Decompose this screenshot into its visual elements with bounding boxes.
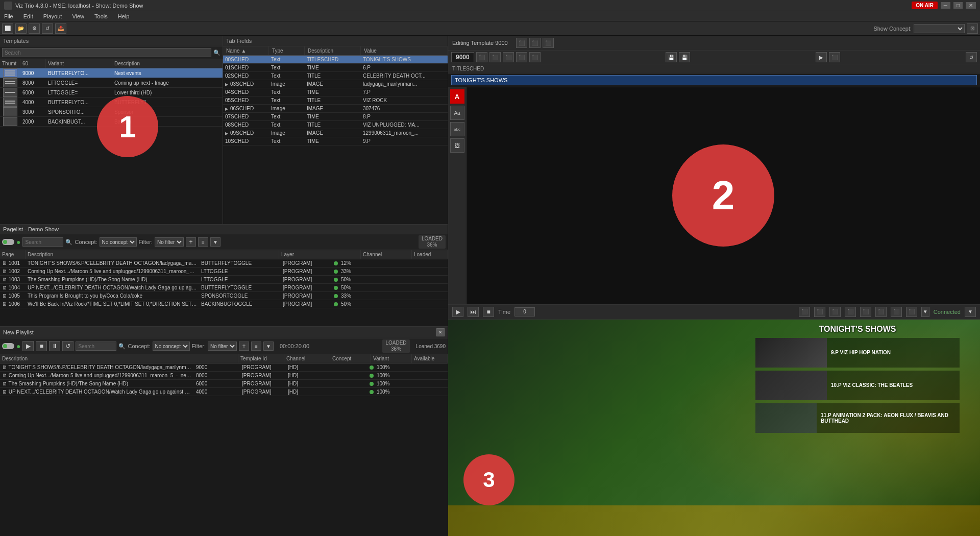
tf-desc-01: TIME	[305, 64, 361, 71]
new-playlist-close-btn[interactable]: ✕	[436, 328, 445, 336]
template-tool-4[interactable]: ⬛	[516, 52, 527, 62]
np-row-3[interactable]: 🗎 The Smashing Pumpkins (HD)/The Song Na…	[0, 380, 448, 388]
np-down-btn[interactable]: ▼	[263, 342, 274, 351]
template-tool-3[interactable]: ⬛	[503, 52, 514, 62]
pagelist-filter-select[interactable]: No filter	[155, 237, 184, 247]
toolbar-settings[interactable]: ⚙	[29, 23, 40, 34]
toolbar-open[interactable]: 📂	[15, 23, 27, 34]
pl-page-1005: 🗎 1005	[0, 292, 26, 300]
np-row-2[interactable]: 🗎 Coming Up Next.../Maroon 5 live and un…	[0, 372, 448, 380]
edit-tool-1[interactable]: ⬛	[516, 38, 527, 48]
pl-row-1004[interactable]: 🗎 1004 UP NEXT.../CELEBRITY DEATH OCTAGO…	[0, 284, 448, 292]
menu-edit[interactable]: Edit	[21, 13, 35, 19]
tf-row-01sched[interactable]: 01SCHED Text TIME 6.P	[223, 64, 448, 72]
templates-search-input[interactable]	[2, 48, 211, 57]
minimize-button[interactable]: ─	[941, 2, 950, 9]
tf-row-06sched[interactable]: ▶06SCHED Image IMAGE 307476	[223, 105, 448, 113]
pl-row-1005[interactable]: 🗎 1005 This Program Is Brought to you by…	[0, 292, 448, 300]
pagelist-list-btn[interactable]: ≡	[198, 237, 208, 247]
pb-tool-3[interactable]: ⬛	[829, 307, 841, 317]
tf-type-01: Text	[269, 64, 305, 71]
tf-row-09sched[interactable]: ▶09SCHED Image IMAGE 1299006311_maroon_.…	[223, 129, 448, 137]
tab-fields-panel: Tab Fields Name ▲ Type Description Value…	[223, 36, 448, 224]
np-row-1[interactable]: 🗎 TONIGHT'S SHOWS/6.P/CELEBRITY DEATH OC…	[0, 363, 448, 372]
np-search-input[interactable]	[76, 342, 116, 351]
tf-row-08sched[interactable]: 08SCHED Text TITLE VIZ UNPLUGGED: MA...	[223, 121, 448, 129]
pagelist-add-btn[interactable]: +	[186, 237, 196, 247]
pb-expand-btn[interactable]: ▼	[921, 307, 929, 317]
pb-play-btn[interactable]: ▶	[452, 307, 463, 317]
menu-file[interactable]: File	[2, 13, 15, 19]
pagelist-down-btn[interactable]: ▼	[210, 237, 220, 247]
template-tool-5[interactable]: ⬛	[529, 52, 541, 62]
sidebar-icon-abc[interactable]: abc	[450, 122, 464, 136]
maximize-button[interactable]: □	[953, 2, 963, 9]
template-save-1[interactable]: 💾	[666, 52, 677, 62]
menu-help[interactable]: Help	[116, 13, 132, 19]
templates-search-icon[interactable]: 🔍	[213, 50, 220, 56]
pb-tool-7[interactable]: ⬛	[891, 307, 902, 317]
edit-tool-3[interactable]: ⬛	[543, 38, 554, 48]
sidebar-icon-Aa[interactable]: Aa	[450, 106, 464, 120]
edit-tool-2[interactable]: ⬛	[529, 38, 541, 48]
tf-row-10sched[interactable]: 10SCHED Text TIME 9.P	[223, 137, 448, 145]
pl-row-1002[interactable]: 🗎 1002 Coming Up Next.../Maroon 5 live a…	[0, 267, 448, 276]
template-save-2[interactable]: 💾	[679, 52, 690, 62]
pl-row-1003[interactable]: 🗎 1003 The Smashing Pumpkins (HD)/The So…	[0, 276, 448, 284]
tf-row-02sched[interactable]: 02SCHED Text TITLE CELEBRITY DEATH OCT..…	[223, 72, 448, 80]
pagelist-concept-select[interactable]: No concept	[100, 237, 137, 247]
toolbar-refresh[interactable]: ↺	[42, 23, 53, 34]
np-loop-btn[interactable]: ↺	[62, 341, 74, 351]
np-add-btn[interactable]: +	[239, 342, 249, 351]
pb-tool-4[interactable]: ⬛	[845, 307, 856, 317]
sidebar-icon-A[interactable]: A	[450, 89, 464, 104]
template-row-6000[interactable]: 6000 LTTOGGLE= Lower third (HD)	[0, 88, 223, 98]
np-stop-btn[interactable]: ■	[36, 341, 47, 351]
pb-next-btn[interactable]: ⏭	[468, 307, 479, 317]
show-concept-select[interactable]	[914, 24, 965, 33]
pb-settings-btn[interactable]: ▼	[965, 307, 976, 317]
template-row-9000[interactable]: 9000 BUTTERFLYTO... Next events	[0, 68, 223, 78]
pb-time-input[interactable]	[514, 307, 535, 316]
tf-row-07sched[interactable]: 07SCHED Text TIME 8.P	[223, 113, 448, 121]
pagelist-toggle[interactable]	[2, 239, 14, 245]
template-refresh-btn[interactable]: ↺	[966, 52, 977, 62]
pl-row-1006[interactable]: 🗎 1006 We'll Be Back In/Viz Rock/*TIME S…	[0, 300, 448, 308]
template-tool-2[interactable]: ⬛	[489, 52, 501, 62]
pl-row-1001[interactable]: 🗎 1001 TONIGHT'S SHOWS/6.P/CELEBRITY DEA…	[0, 259, 448, 267]
tf-row-05sched[interactable]: 05SCHED Text TITLE VIZ ROCK	[223, 96, 448, 105]
np-pause-btn[interactable]: ⏸	[49, 341, 60, 351]
np-search-icon[interactable]: 🔍	[118, 343, 126, 350]
on-air-button[interactable]: ON AIR	[912, 2, 938, 9]
pb-tool-8[interactable]: ⬛	[906, 307, 917, 317]
np-list-btn[interactable]: ≡	[251, 342, 261, 351]
np-concept-select[interactable]: No concept	[153, 342, 190, 351]
menu-playout[interactable]: Playout	[41, 13, 64, 19]
pagelist-search-icon[interactable]: 🔍	[65, 239, 72, 246]
np-play-btn[interactable]: ▶	[22, 341, 34, 351]
tf-row-00sched[interactable]: 00SCHED Text TITLESCHED TONIGHT'S SHOWS	[223, 56, 448, 64]
template-monitor-btn[interactable]: ⬛	[829, 52, 840, 62]
sidebar-icon-img[interactable]: 🖼	[450, 138, 464, 153]
field-value-input[interactable]	[451, 75, 977, 85]
menu-tools[interactable]: Tools	[92, 13, 110, 19]
pagelist-search-input[interactable]	[22, 237, 63, 247]
template-play-btn[interactable]: ▶	[816, 52, 827, 62]
pb-tool-5[interactable]: ⬛	[860, 307, 871, 317]
tf-row-03sched[interactable]: ▶03SCHED Image IMAGE ladygaga_marilynman…	[223, 80, 448, 88]
tf-row-04sched[interactable]: 04SCHED Text TIME 7.P	[223, 88, 448, 96]
pb-tool-6[interactable]: ⬛	[875, 307, 887, 317]
np-row-4[interactable]: 🗎 UP NEXT.../CELEBRITY DEATH OCTAGON/Wat…	[0, 388, 448, 396]
pb-tool-1[interactable]: ⬛	[799, 307, 810, 317]
np-filter-select[interactable]: No filter	[208, 342, 237, 351]
show-concept-btn[interactable]: ⊡	[967, 23, 978, 34]
toolbar-export[interactable]: 📤	[55, 23, 66, 34]
pb-stop-btn[interactable]: ■	[483, 307, 494, 317]
menu-view[interactable]: View	[70, 13, 86, 19]
template-row-8000[interactable]: 8000 LTTOGGLE= Coming up next - Image	[0, 78, 223, 88]
close-button[interactable]: ✕	[966, 2, 976, 9]
template-tool-1[interactable]: ⬛	[476, 52, 487, 62]
np-toggle[interactable]	[2, 343, 14, 349]
toolbar-new[interactable]: ⬜	[2, 23, 13, 34]
pb-tool-2[interactable]: ⬛	[814, 307, 825, 317]
